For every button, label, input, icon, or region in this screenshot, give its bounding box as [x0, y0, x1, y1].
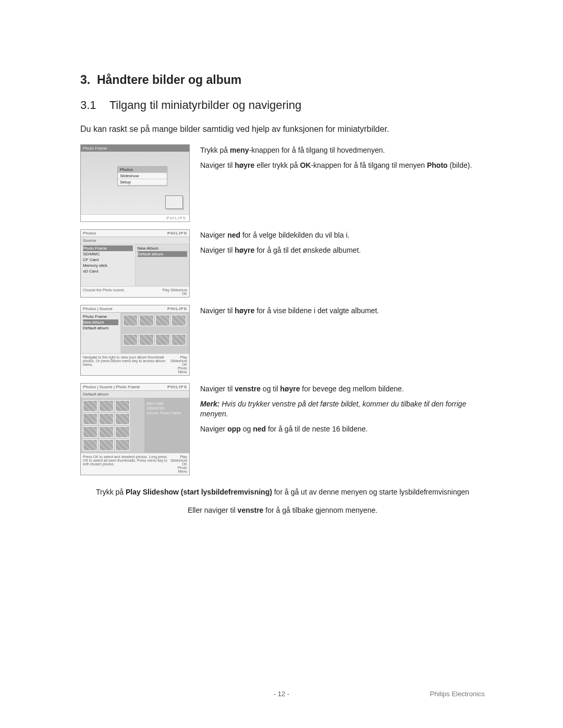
screenshot-4-thumb-grid: Photos | Source | Photo Frame PHILIPS De… [80, 383, 190, 475]
step-row-1: Photo Frame Photos Slideshow Setup PHILI… [80, 144, 485, 222]
step-row-2: Photos PHILIPS Source Photo Frame SD/MMC… [80, 229, 485, 298]
closing-block: Trykk på Play Slideshow (start lysbildef… [80, 487, 485, 516]
thumbnail [99, 426, 114, 438]
thumbnail [99, 413, 114, 425]
list-item: Photo Frame [83, 245, 133, 251]
step2-line2: Naviger til høyre for å gå til det ønske… [200, 245, 485, 255]
section-number: 3.1 [80, 98, 106, 112]
list-item: Default album [138, 251, 188, 257]
thumbnail [139, 315, 154, 326]
brand-logo: PHILIPS [167, 306, 187, 311]
thumbnail [123, 315, 138, 326]
thumbnail [115, 426, 130, 438]
screenshot-2-header: Photos [83, 231, 96, 236]
intro-paragraph: Du kan raskt se på mange bilder samtidig… [80, 125, 485, 134]
thumbnail [139, 334, 154, 346]
thumbnail [155, 334, 170, 346]
screenshot-1-option: Setup [118, 179, 167, 186]
list-item: New Album [83, 319, 118, 325]
list-item: SD/MMC [83, 251, 133, 257]
screenshot-1-thumb-icon [165, 195, 183, 209]
step2-line1: Naviger ned for å velge bildekilden du v… [200, 230, 485, 240]
screenshot-2-subheader: Source [81, 237, 189, 244]
screenshot-3-foot-right: Play SlideshowOKPhoto Menu [170, 355, 187, 374]
screenshot-3-album-thumbs: Photos | Source PHILIPS Photo Frame New … [80, 305, 190, 376]
screenshot-1-option: Photos [118, 167, 167, 173]
step3-line1: Naviger til høyre for å vise bildene i d… [200, 306, 485, 316]
chapter-heading: 3. Håndtere bilder og album [80, 73, 485, 87]
photo-info: 800 X 600 [146, 401, 187, 406]
list-item: Photo Frame [83, 314, 118, 319]
thumbnail [115, 400, 130, 412]
screenshot-4-foot-right: Play SlideshowOKPhoto Menu [170, 455, 187, 473]
screenshot-4-header: Photos | Source | Photo Frame [83, 385, 140, 389]
step-row-4: Photos | Source | Photo Frame PHILIPS De… [80, 383, 485, 475]
section-heading: 3.1 Tilgang til miniatyrbilder og navige… [80, 98, 485, 112]
screenshot-1-title: Photo Frame [81, 145, 189, 152]
screenshot-1-main-menu: Photo Frame Photos Slideshow Setup PHILI… [80, 144, 190, 222]
thumbnail [99, 400, 114, 412]
photo-info: Source: Photo Frame [146, 411, 187, 415]
list-item: xD Card [83, 268, 133, 274]
screenshot-3-header: Photos | Source [83, 306, 113, 311]
closing-line1: Trykk på Play Slideshow (start lysbildef… [80, 487, 485, 498]
chapter-title: Håndtere bilder og album [97, 73, 241, 87]
step4-line3: Naviger opp og ned for å gå til de neste… [200, 424, 485, 434]
thumbnail [172, 334, 186, 346]
thumbnail [115, 439, 130, 451]
screenshot-4-subheader: Default album [81, 391, 189, 398]
thumbnail [99, 439, 114, 451]
list-item: Default album [83, 325, 118, 331]
thumbnail [83, 426, 97, 438]
brand-logo: PHILIPS [167, 231, 187, 236]
screenshot-4-foot-hint: Press OK to select and deselect photos. … [83, 455, 168, 473]
screenshot-2-foot-right: Play SlideshowOK [163, 288, 187, 295]
list-item: CF Card [83, 257, 133, 263]
step1-line2: Naviger til høyre eller trykk på OK-knap… [200, 161, 485, 170]
thumbnail [83, 400, 97, 412]
page-footer: - 12 - Philips Electronics [0, 690, 563, 698]
thumbnail [83, 413, 97, 425]
thumbnail [155, 315, 170, 326]
step4-line1: Naviger til venstre og til høyre for bev… [200, 384, 485, 394]
chapter-number: 3. [80, 73, 90, 87]
section-title: Tilgang til miniatyrbilder og navigering [109, 98, 301, 112]
screenshot-2-source-list: Photos PHILIPS Source Photo Frame SD/MMC… [80, 229, 190, 298]
screenshot-1-option: Slideshow [118, 173, 167, 179]
closing-line2: Eller naviger til venstre for å gå tilba… [80, 505, 485, 516]
footer-company: Philips Electronics [430, 690, 485, 698]
photo-info: 2006/07/01 [146, 406, 187, 411]
thumbnail [83, 439, 97, 451]
thumbnail [115, 413, 130, 425]
brand-logo: PHILIPS [167, 385, 187, 389]
step4-note: Merk: Hvis du trykker venstre på det før… [200, 399, 485, 419]
screenshot-2-foot-hint: Choose the Photo source. [83, 288, 125, 295]
step1-line1: Trykk på meny-knappen for å få tilgang t… [200, 145, 485, 155]
list-item: New Album [138, 245, 188, 251]
brand-logo: PHILIPS [81, 214, 189, 221]
step-row-3: Photos | Source PHILIPS Photo Frame New … [80, 305, 485, 376]
screenshot-3-foot-hint: Navigate to the right to view your album… [83, 355, 168, 374]
list-item: Memory stick [83, 263, 133, 268]
thumbnail [123, 334, 138, 346]
thumbnail [172, 315, 186, 326]
